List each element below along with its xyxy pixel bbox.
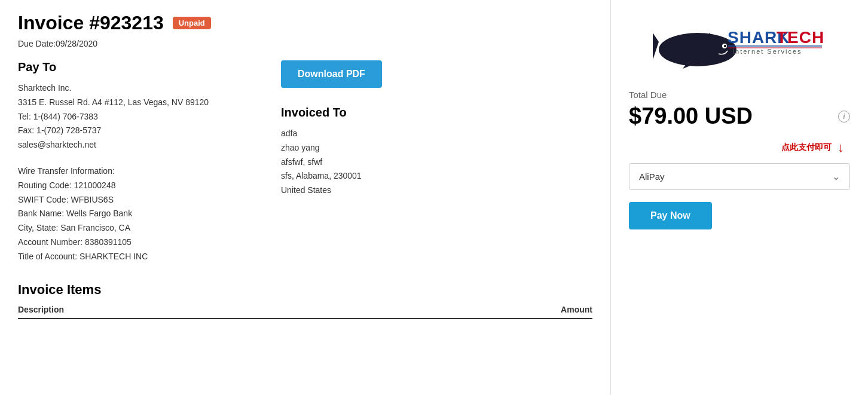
col-description: Description xyxy=(18,305,64,314)
invoiced-to-column: Download PDF Invoiced To adfa zhao yang … xyxy=(281,60,592,264)
info-section: Pay To Sharktech Inc. 3315 E. Russel Rd.… xyxy=(18,60,592,264)
wire-transfer-section: Wire Transfer Information: Routing Code:… xyxy=(18,164,281,264)
due-date-label: Due Date: xyxy=(18,39,56,48)
annotation-arrow-icon: ↓ xyxy=(838,141,844,154)
pay-now-button[interactable]: Pay Now xyxy=(629,202,712,229)
items-table-header: Description Amount xyxy=(18,305,592,319)
svg-point-5 xyxy=(724,45,726,47)
annotation-wrapper: 点此支付即可 ↓ xyxy=(781,141,844,154)
invoice-title: Invoice #923213 xyxy=(18,12,164,34)
company-address: 3315 E. Russel Rd. A4 #112, Las Vegas, N… xyxy=(18,96,281,110)
invoice-items-section: Invoice Items Description Amount xyxy=(18,282,592,319)
invoiced-to-details: adfa zhao yang afsfwf, sfwf sfs, Alabama… xyxy=(281,127,592,198)
payment-method-select[interactable]: AliPay ⌄ xyxy=(629,163,850,190)
wire-city: City, State: San Francisco, CA xyxy=(18,221,281,235)
sharktech-logo-svg: SHARK TECH Internet Services xyxy=(644,12,835,78)
invoiced-country: United States xyxy=(281,183,592,198)
pay-to-details: Sharktech Inc. 3315 E. Russel Rd. A4 #11… xyxy=(18,81,281,152)
info-icon[interactable]: i xyxy=(838,111,850,123)
company-fax: Fax: 1-(702) 728-5737 xyxy=(18,124,281,138)
sidebar-inner: Total Due $79.00 USD i 点此支付即可 ↓ AliPay ⌄… xyxy=(629,90,850,229)
invoice-items-heading: Invoice Items xyxy=(18,282,592,298)
wire-bank: Bank Name: Wells Fargo Bank xyxy=(18,207,281,221)
invoiced-address2: sfs, Alabama, 230001 xyxy=(281,169,592,183)
chevron-down-icon: ⌄ xyxy=(832,171,840,182)
company-email: sales@sharktech.net xyxy=(18,138,281,152)
company-tel: Tel: 1-(844) 706-7383 xyxy=(18,110,281,124)
wire-title-of-account: Title of Account: SHARKTECH INC xyxy=(18,250,281,264)
wire-swift: SWIFT Code: WFBIUS6S xyxy=(18,193,281,207)
col-amount: Amount xyxy=(561,305,592,314)
svg-text:TECH: TECH xyxy=(777,28,824,47)
unpaid-badge: Unpaid xyxy=(173,17,211,29)
annotation-text: 点此支付即可 xyxy=(781,142,832,153)
wire-routing: Routing Code: 121000248 xyxy=(18,179,281,193)
company-name: Sharktech Inc. xyxy=(18,81,281,96)
pay-to-column: Pay To Sharktech Inc. 3315 E. Russel Rd.… xyxy=(18,60,281,264)
invoiced-to-heading: Invoiced To xyxy=(281,106,592,120)
invoiced-name1: adfa xyxy=(281,127,592,141)
wire-info: Wire Transfer Information: Routing Code:… xyxy=(18,164,281,264)
invoice-header: Invoice #923213 Unpaid xyxy=(18,12,592,34)
payment-method-label: AliPay xyxy=(639,172,665,182)
invoiced-address1: afsfwf, sfwf xyxy=(281,155,592,170)
logo-area: SHARK TECH Internet Services xyxy=(629,12,850,78)
wire-account: Account Number: 8380391105 xyxy=(18,235,281,250)
svg-marker-2 xyxy=(653,33,659,60)
total-due-value: $79.00 USD xyxy=(629,103,753,129)
wire-title: Wire Transfer Information: xyxy=(18,164,281,179)
due-date-value: 09/28/2020 xyxy=(56,39,97,48)
total-due-label: Total Due xyxy=(629,90,850,100)
sidebar: SHARK TECH Internet Services Total Due $… xyxy=(611,0,868,395)
total-due-amount-row: $79.00 USD i xyxy=(629,103,850,129)
due-date: Due Date:09/28/2020 xyxy=(18,39,592,48)
svg-text:Internet  Services: Internet Services xyxy=(732,48,802,55)
download-pdf-button[interactable]: Download PDF xyxy=(281,60,382,88)
pay-to-heading: Pay To xyxy=(18,60,281,74)
invoiced-name2: zhao yang xyxy=(281,141,592,155)
